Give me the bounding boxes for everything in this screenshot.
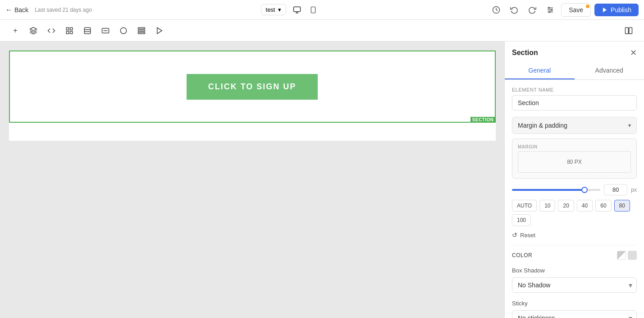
preset-10[interactable]: 10 — [539, 200, 555, 212]
components-button[interactable] — [61, 23, 78, 39]
back-arrow-icon: ← — [5, 6, 13, 14]
panel-body: Element name Margin & padding ▾ MARGIN 8… — [505, 80, 644, 318]
add-element-button[interactable]: + — [7, 23, 23, 39]
form-button[interactable] — [97, 23, 114, 39]
svg-rect-26 — [138, 32, 145, 33]
header-right: Save Publish — [489, 3, 639, 17]
panel-close-button[interactable]: ✕ — [630, 48, 637, 58]
media-button[interactable] — [151, 23, 168, 39]
sliders-icon — [546, 6, 554, 14]
color-row: COLOR — [512, 245, 637, 260]
settings-button[interactable] — [543, 3, 557, 17]
svg-rect-15 — [70, 28, 73, 30]
svg-rect-29 — [629, 28, 632, 34]
svg-point-10 — [551, 9, 553, 10]
layout-button[interactable] — [79, 23, 96, 39]
margin-label: MARGIN — [518, 144, 631, 149]
env-label: test — [266, 6, 275, 13]
svg-marker-27 — [157, 28, 162, 34]
save-label: Save — [569, 6, 583, 14]
header-center: test ▾ — [97, 3, 484, 17]
toolbar: + — [0, 20, 644, 41]
header-left: ← Back Last saved 21 days ago — [5, 6, 92, 14]
margin-value-input[interactable] — [604, 184, 627, 195]
sticky-section: Sticky No stickiness — [512, 300, 637, 318]
element-name-input[interactable] — [512, 95, 637, 111]
color-swatch-1[interactable] — [617, 251, 626, 260]
reset-label: Reset — [520, 232, 535, 239]
main-area: CLICK TO SIGN UP SECTION Section ✕ Gener… — [0, 41, 644, 318]
preset-20[interactable]: 20 — [558, 200, 574, 212]
canvas-area: CLICK TO SIGN UP SECTION — [0, 41, 504, 318]
nav-button[interactable] — [133, 23, 150, 39]
svg-rect-24 — [138, 28, 145, 29]
code-button[interactable] — [43, 23, 59, 39]
svg-marker-12 — [603, 7, 607, 12]
back-button[interactable]: ← Back — [5, 6, 28, 14]
chevron-down-icon: ▾ — [628, 122, 631, 129]
slider-unit: px — [631, 187, 637, 193]
device-buttons — [290, 3, 320, 17]
box-shadow-select-wrapper: No Shadow — [512, 277, 637, 293]
color-swatch-2[interactable] — [628, 251, 637, 260]
publish-button[interactable]: Publish — [594, 4, 639, 16]
shapes-button[interactable] — [115, 23, 132, 39]
tab-advanced[interactable]: Advanced — [575, 62, 644, 79]
sticky-label: Sticky — [512, 300, 637, 307]
svg-rect-0 — [293, 7, 300, 12]
reset-icon: ↺ — [512, 231, 517, 239]
undo-button[interactable] — [507, 3, 521, 17]
env-selector[interactable]: test ▾ — [261, 4, 286, 15]
color-swatch-group — [617, 251, 637, 260]
svg-point-9 — [548, 7, 550, 9]
preset-40[interactable]: 40 — [577, 200, 593, 212]
sticky-select-wrapper: No stickiness — [512, 310, 637, 318]
svg-rect-3 — [311, 7, 315, 13]
history-button[interactable] — [489, 3, 503, 17]
section-block[interactable]: CLICK TO SIGN UP SECTION — [9, 51, 496, 123]
preset-80[interactable]: 80 — [614, 200, 630, 212]
save-button[interactable]: Save — [561, 3, 591, 17]
margin-visualizer: 80 PX — [518, 151, 631, 173]
mobile-view-button[interactable] — [306, 3, 320, 17]
section-label: SECTION — [470, 117, 496, 123]
sticky-select[interactable]: No stickiness — [512, 310, 637, 318]
margin-box-wrapper: MARGIN 80 PX — [512, 138, 637, 179]
svg-rect-25 — [138, 30, 145, 31]
svg-rect-14 — [66, 28, 69, 30]
margin-value: 80 PX — [567, 159, 582, 165]
panel-title: Section — [512, 49, 538, 57]
svg-rect-28 — [626, 28, 629, 34]
preset-row: AUTO 10 20 40 60 80 100 — [512, 200, 637, 226]
desktop-icon — [293, 6, 301, 14]
panel-header: Section ✕ — [505, 41, 644, 58]
slider-thumb — [581, 187, 588, 193]
media-icon — [155, 27, 164, 35]
svg-point-23 — [120, 28, 127, 34]
reset-row[interactable]: ↺ Reset — [512, 231, 637, 239]
clock-icon — [492, 6, 500, 14]
header: ← Back Last saved 21 days ago test ▾ — [0, 0, 644, 20]
cta-button[interactable]: CLICK TO SIGN UP — [187, 74, 318, 100]
split-view-button[interactable] — [621, 23, 637, 39]
margin-padding-label: Margin & padding — [518, 122, 567, 129]
preset-100[interactable]: 100 — [512, 214, 531, 226]
redo-button[interactable] — [525, 3, 539, 17]
undo-icon — [510, 6, 518, 14]
desktop-view-button[interactable] — [290, 3, 304, 17]
layers-button[interactable] — [25, 23, 41, 39]
layout-icon — [83, 27, 91, 35]
box-shadow-label: Box Shadow — [512, 267, 637, 274]
box-shadow-select[interactable]: No Shadow — [512, 277, 637, 293]
shapes-icon — [119, 27, 128, 35]
panel-tabs: General Advanced — [505, 62, 644, 80]
preset-60[interactable]: 60 — [595, 200, 611, 212]
preset-auto[interactable]: AUTO — [512, 200, 537, 212]
form-icon — [101, 27, 110, 35]
margin-padding-accordion[interactable]: Margin & padding ▾ — [512, 117, 637, 134]
element-name-label: Element name — [512, 87, 637, 92]
back-label: Back — [14, 6, 28, 14]
margin-slider[interactable] — [512, 189, 600, 191]
svg-rect-16 — [66, 31, 69, 33]
tab-general[interactable]: General — [505, 62, 575, 79]
